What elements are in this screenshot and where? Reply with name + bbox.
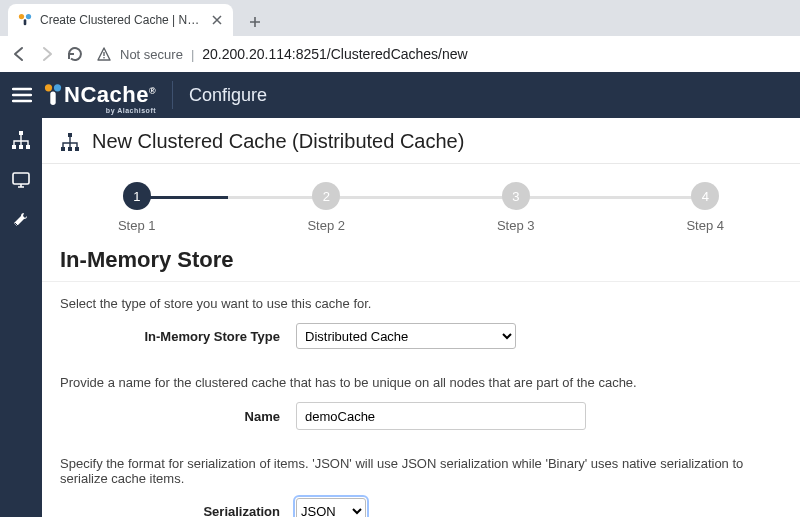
cluster-icon [60,132,80,152]
step-label: Step 4 [686,218,724,233]
step-circle: 3 [502,182,530,210]
name-label: Name [60,409,280,424]
svg-rect-10 [19,145,23,149]
brand-name: NCache® by Alachisoft [64,82,156,108]
not-secure-icon [96,46,112,62]
svg-rect-12 [13,173,29,184]
serialization-select[interactable]: JSON [296,498,366,517]
not-secure-label: Not secure [120,47,183,62]
favicon-icon [18,13,32,27]
page-title: New Clustered Cache (Distributed Cache) [92,130,464,153]
step-label: Step 3 [497,218,535,233]
step-3[interactable]: 3 Step 3 [421,182,611,233]
menu-icon[interactable] [12,87,32,103]
header-divider [172,81,173,109]
page-title-row: New Clustered Cache (Distributed Cache) [42,118,800,164]
browser-tab[interactable]: Create Clustered Cache | NCache [8,4,233,36]
step-2[interactable]: 2 Step 2 [232,182,422,233]
svg-rect-3 [103,52,104,56]
brand-subtitle: by Alachisoft [106,107,156,114]
address-field[interactable]: Not secure | 20.200.20.114:8251/Clustere… [94,40,790,68]
step-circle: 2 [312,182,340,210]
step-label: Step 2 [307,218,345,233]
browser-address-bar: Not secure | 20.200.20.114:8251/Clustere… [0,36,800,72]
main-content: New Clustered Cache (Distributed Cache) … [42,118,800,517]
svg-rect-16 [75,147,79,151]
forward-icon[interactable] [38,45,56,63]
step-circle: 1 [123,182,151,210]
back-icon[interactable] [10,45,28,63]
step-bar [516,196,706,199]
nav-cluster-icon[interactable] [7,126,35,154]
close-icon[interactable] [211,14,223,26]
app-header: NCache® by Alachisoft Configure [0,72,800,118]
cache-name-input[interactable] [296,402,586,430]
store-type-row: In-Memory Store Type Distributed Cache [42,321,800,361]
svg-point-0 [19,14,24,19]
address-url: 20.200.20.114:8251/ClusteredCaches/new [202,46,467,62]
wizard-stepper: 1 Step 1 2 Step 2 3 Step 3 4 Step 4 [42,164,800,243]
svg-rect-2 [24,19,27,25]
serialization-description: Specify the format for serialization of … [42,442,800,496]
header-section-title: Configure [189,85,267,106]
svg-rect-8 [19,131,23,135]
serialization-label: Serialization [60,504,280,518]
svg-rect-7 [50,91,55,105]
store-type-label: In-Memory Store Type [60,329,280,344]
browser-chrome: Create Clustered Cache | NCache Not secu… [0,0,800,72]
nav-tools-icon[interactable] [7,206,35,234]
step-circle: 4 [691,182,719,210]
svg-point-6 [54,84,61,91]
name-description: Provide a name for the clustered cache t… [42,361,800,400]
logo-icon [44,83,62,107]
step-label: Step 1 [118,218,156,233]
svg-point-5 [45,84,52,91]
store-type-select[interactable]: Distributed Cache [296,323,516,349]
new-tab-button[interactable] [241,8,269,36]
step-4[interactable]: 4 Step 4 [611,182,801,233]
brand-logo[interactable]: NCache® by Alachisoft [44,82,156,108]
reload-icon[interactable] [66,45,84,63]
svg-rect-4 [103,57,104,58]
name-row: Name [42,400,800,442]
svg-rect-14 [61,147,65,151]
store-type-description: Select the type of store you want to use… [42,282,800,321]
svg-point-1 [26,14,31,19]
svg-rect-11 [26,145,30,149]
section-heading: In-Memory Store [42,243,800,282]
browser-tab-bar: Create Clustered Cache | NCache [0,0,800,36]
svg-rect-9 [12,145,16,149]
step-bar [326,196,516,199]
left-nav [0,118,42,517]
svg-rect-13 [68,133,72,137]
svg-rect-15 [68,147,72,151]
serialization-row: Serialization JSON [42,496,800,517]
step-1[interactable]: 1 Step 1 [42,182,232,233]
address-separator: | [191,47,194,62]
nav-monitor-icon[interactable] [7,166,35,194]
browser-tab-title: Create Clustered Cache | NCache [40,13,203,27]
